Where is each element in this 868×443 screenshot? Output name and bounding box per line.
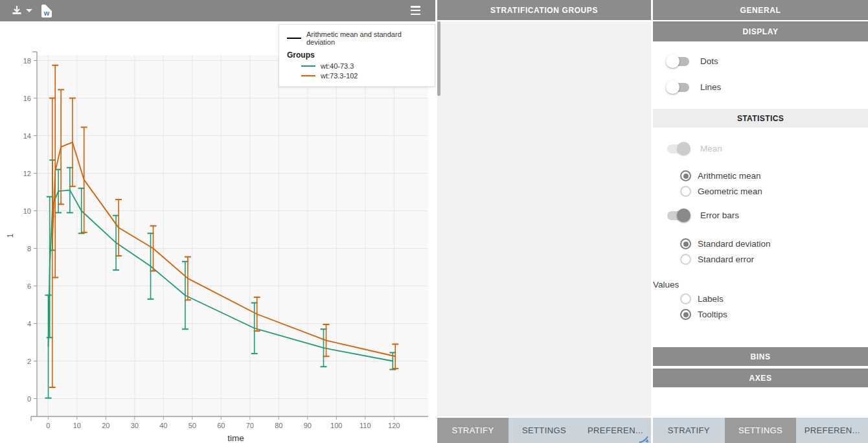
strat-tab-settings[interactable]: SETTINGS: [508, 418, 580, 443]
legend-stat-label: Arithmetic mean and standard deviation: [306, 30, 428, 46]
geometric-mean-label: Geometric mean: [698, 187, 762, 196]
geometric-mean-option: Geometric mean: [680, 186, 868, 197]
plot-area: 0246810121416180102030405060708090100110…: [0, 21, 435, 443]
legend-group2-swatch: [301, 75, 315, 76]
chart-panel: w 02468101214161801020304050607080901001…: [0, 0, 435, 443]
download-menu-button[interactable]: [10, 5, 32, 17]
strat-scrollbar[interactable]: [437, 21, 651, 416]
svg-text:10: 10: [23, 207, 31, 215]
lines-label: Lines: [700, 82, 721, 92]
values-label: Values: [653, 280, 868, 290]
svg-text:time: time: [227, 433, 244, 443]
chart-legend: Arithmetic mean and standard deviation G…: [279, 24, 435, 87]
lines-toggle[interactable]: [667, 83, 689, 92]
chevron-down-icon: [26, 9, 32, 12]
strat-scrollbar-thumb[interactable]: [437, 21, 440, 96]
dots-row: Dots: [667, 56, 868, 66]
mean-label: Mean: [700, 144, 722, 153]
standard-error-label: Standard error: [698, 255, 754, 264]
stratification-groups-title: STRATIFICATION GROUPS: [490, 6, 598, 15]
settings-tab-stratify[interactable]: STRATIFY: [653, 418, 725, 443]
settings-tab-preferences[interactable]: PREFEREN...: [796, 418, 868, 443]
statistics-section-header[interactable]: STATISTICS: [653, 109, 868, 129]
arithmetic-mean-option: Arithmetic mean: [680, 170, 868, 181]
arithmetic-mean-radio[interactable]: [680, 170, 691, 181]
tooltips-radio[interactable]: [680, 309, 691, 320]
bins-header[interactable]: BINS: [653, 347, 868, 367]
tooltips-option: Tooltips: [680, 309, 868, 320]
settings-tab-settings[interactable]: SETTINGS: [725, 418, 797, 443]
dots-label: Dots: [700, 56, 718, 66]
svg-text:18: 18: [23, 57, 31, 65]
general-title: GENERAL: [740, 6, 781, 15]
svg-text:1: 1: [6, 233, 15, 238]
mean-row: Mean: [667, 144, 868, 153]
svg-text:40: 40: [159, 422, 167, 429]
svg-text:90: 90: [304, 422, 312, 429]
svg-text:20: 20: [102, 422, 109, 429]
legend-group1-swatch: [301, 65, 315, 67]
error-bars-row: Error bars: [667, 210, 868, 220]
lines-row: Lines: [667, 82, 868, 92]
word-icon: w: [44, 8, 50, 17]
download-icon: [10, 5, 23, 17]
axes-title: AXES: [749, 374, 771, 383]
svg-text:14: 14: [23, 132, 31, 140]
svg-text:0: 0: [46, 422, 50, 429]
settings-footer-tabs: STRATIFY SETTINGS PREFEREN...: [653, 418, 868, 443]
labels-option: Labels: [680, 293, 868, 304]
strat-tab-stratify[interactable]: STRATIFY: [437, 418, 508, 443]
svg-text:100: 100: [330, 422, 342, 429]
svg-text:12: 12: [23, 170, 31, 177]
labels-label: Labels: [698, 294, 724, 304]
dots-toggle[interactable]: [667, 57, 689, 66]
svg-text:16: 16: [23, 95, 31, 102]
svg-text:70: 70: [246, 422, 254, 429]
standard-deviation-option: Standard deviation: [680, 238, 868, 249]
svg-text:50: 50: [188, 422, 196, 429]
axes-header[interactable]: AXES: [653, 369, 868, 389]
export-word-button[interactable]: w: [41, 5, 52, 17]
mean-toggle: [667, 144, 689, 153]
svg-text:0: 0: [27, 395, 31, 403]
menu-button[interactable]: [411, 6, 420, 15]
legend-stat-line-swatch: [287, 38, 301, 39]
error-bars-label: Error bars: [700, 210, 739, 220]
standard-deviation-radio[interactable]: [680, 238, 691, 249]
svg-text:120: 120: [388, 422, 400, 429]
standard-error-option: Standard error: [680, 254, 868, 265]
svg-text:110: 110: [360, 422, 371, 429]
strat-footer-tabs: STRATIFY SETTINGS PREFEREN...: [437, 418, 651, 443]
error-bars-toggle[interactable]: [667, 211, 689, 220]
svg-text:80: 80: [275, 422, 282, 429]
svg-text:60: 60: [217, 422, 225, 429]
geometric-mean-radio[interactable]: [680, 186, 691, 197]
resize-grip-icon[interactable]: [638, 435, 650, 443]
svg-text:6: 6: [27, 282, 31, 290]
stratification-groups-header[interactable]: STRATIFICATION GROUPS: [437, 0, 651, 21]
standard-deviation-label: Standard deviation: [698, 239, 771, 249]
standard-error-radio[interactable]: [680, 254, 691, 265]
statistics-title: STATISTICS: [737, 114, 784, 123]
legend-groups-title: Groups: [287, 51, 428, 60]
svg-text:8: 8: [27, 245, 31, 253]
general-header[interactable]: GENERAL: [653, 0, 868, 21]
chart-toolbar: w: [0, 0, 435, 21]
legend-group1-label: wt:40-73.3: [321, 62, 354, 70]
svg-text:30: 30: [131, 422, 139, 429]
svg-text:4: 4: [27, 320, 31, 328]
settings-panel: GENERAL DISPLAY Dots Lines STATISTICS Me…: [653, 0, 868, 443]
display-header[interactable]: DISPLAY: [653, 21, 868, 43]
tooltips-label: Tooltips: [698, 310, 727, 319]
legend-group2-label: wt:73.3-102: [321, 72, 358, 80]
display-title: DISPLAY: [742, 27, 778, 36]
svg-text:10: 10: [73, 422, 81, 429]
svg-text:2: 2: [27, 358, 31, 365]
arithmetic-mean-label: Arithmetic mean: [698, 171, 761, 181]
bins-title: BINS: [750, 352, 770, 361]
stratification-panel: STRATIFICATION GROUPS age wt 73.5: [437, 0, 651, 443]
labels-radio[interactable]: [680, 293, 691, 304]
